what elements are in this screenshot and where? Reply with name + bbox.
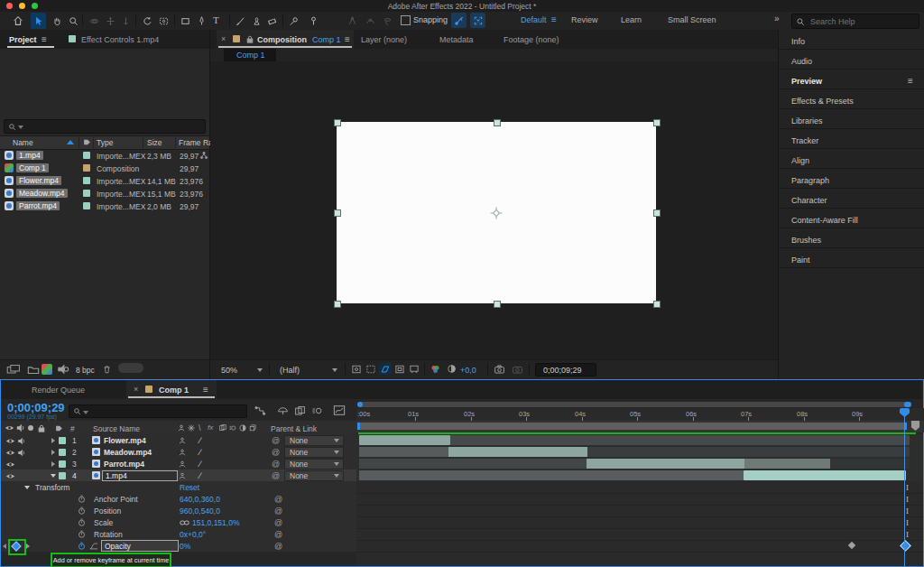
project-panel-menu-icon[interactable]: ≡ (42, 34, 47, 44)
layer-bar-segment[interactable] (359, 435, 450, 445)
panel-item-character[interactable]: Character (791, 196, 827, 205)
panel-item-preview[interactable]: Preview (791, 77, 822, 86)
workspace-menu-icon[interactable]: ≡ (551, 14, 557, 24)
trash-icon[interactable] (100, 363, 113, 376)
selection-handle[interactable] (653, 119, 661, 126)
navigator-end-handle[interactable] (904, 402, 911, 407)
label-swatch[interactable] (83, 177, 90, 184)
stopwatch-icon[interactable] (77, 507, 86, 516)
tab-comp1[interactable]: Comp 1 (159, 386, 189, 395)
layer-bar-segment[interactable] (744, 459, 830, 469)
exposure-icon[interactable] (446, 363, 457, 375)
panel-resize-pill[interactable] (118, 363, 143, 373)
selection-handle[interactable] (334, 119, 341, 126)
tab-render-queue[interactable]: Render Queue (32, 386, 85, 395)
layer-bar-segment[interactable] (359, 459, 587, 469)
parent-link-column-header[interactable]: Parent & Link (271, 424, 317, 433)
transform-group-row[interactable]: Transform Reset (1, 481, 356, 493)
layer-bar-segment[interactable] (359, 447, 448, 457)
property-value[interactable]: 151,0,151,0% (192, 518, 239, 527)
work-area-start-handle[interactable] (357, 423, 360, 430)
parent-pickwhip-icon[interactable]: @ (272, 460, 280, 469)
work-area-bar[interactable] (359, 423, 904, 430)
layer-label-swatch[interactable] (59, 449, 66, 456)
project-search-box[interactable] (4, 119, 206, 134)
stopwatch-icon[interactable] (77, 530, 86, 539)
quality-toggle-icon[interactable]: ∕ (199, 470, 201, 480)
column-size[interactable]: Size (147, 138, 162, 147)
parent-dropdown[interactable]: None (284, 470, 344, 481)
new-composition-icon[interactable] (40, 362, 54, 376)
comp-marker-bin-icon[interactable] (910, 419, 921, 432)
layer-label-swatch[interactable] (59, 460, 66, 468)
parent-pickwhip-icon[interactable]: @ (274, 518, 282, 527)
selection-handle[interactable] (334, 301, 341, 308)
stopwatch-icon[interactable] (77, 518, 86, 527)
frame-blending-icon[interactable] (293, 404, 306, 416)
timeline-timecode[interactable]: 0;00;09;29 (7, 401, 65, 414)
search-help-box[interactable] (791, 14, 919, 29)
viewer-panel-menu-icon[interactable]: ≡ (345, 34, 350, 44)
property-row[interactable]: Rotation 0x+0,0° @ (1, 528, 356, 540)
layer-row[interactable]: 3 Parrot.mp4 ∕ @ None (1, 458, 356, 470)
project-row[interactable]: Parrot.mp4 Importe...MEX 2,0 MB 29,97 (0, 200, 209, 212)
snap-along-edges-icon[interactable] (451, 13, 467, 28)
roto-brush-tool-icon[interactable] (286, 14, 300, 28)
tab-layer[interactable]: Layer (none) (361, 35, 407, 44)
label-column-icon[interactable] (82, 137, 91, 146)
panel-item-align[interactable]: Align (791, 156, 809, 165)
zoom-tool-icon[interactable] (66, 14, 80, 28)
puppet-pin-tool-icon[interactable] (306, 14, 320, 28)
layer-bar[interactable] (359, 470, 744, 480)
panel-item-effects-presets[interactable]: Effects & Presets (791, 97, 854, 106)
layer-name-field[interactable]: 1.mp4 (102, 470, 178, 481)
workspace-small-screen[interactable]: Small Screen (668, 15, 716, 24)
playhead-line[interactable] (904, 408, 905, 566)
parent-pickwhip-icon[interactable]: @ (274, 542, 282, 551)
stopwatch-icon-active[interactable] (77, 542, 86, 551)
new-folder-icon[interactable] (26, 363, 41, 376)
timeline-search-box[interactable] (69, 404, 247, 418)
guides-icon[interactable] (408, 363, 420, 375)
timeline-navigator-track[interactable] (357, 402, 911, 407)
layer-label-swatch[interactable] (59, 437, 66, 444)
composition-mini-flowchart-icon[interactable] (254, 404, 266, 416)
tab-effect-controls[interactable]: Effect Controls 1.mp4 (81, 35, 159, 44)
brush-tool-icon[interactable] (233, 14, 247, 28)
eye-icon[interactable] (5, 437, 15, 444)
panel-item-info[interactable]: Info (791, 37, 805, 46)
project-row[interactable]: Flower.mp4 Importe...MEX 14,1 MB 23,976 (0, 174, 209, 187)
sort-ascending-icon[interactable] (67, 140, 74, 144)
project-settings-icon[interactable] (56, 363, 70, 376)
layer-bar-segment[interactable] (587, 459, 744, 469)
collapse-chevron-icon[interactable] (24, 486, 30, 489)
anchor-point-icon[interactable] (490, 207, 503, 219)
parent-pickwhip-icon[interactable]: @ (272, 471, 280, 480)
panel-item-content-aware-fill[interactable]: Content-Aware Fill (791, 216, 858, 225)
shy-toggle-icon[interactable] (178, 448, 186, 456)
property-row[interactable]: Position 960,0,540,0 @ (1, 505, 356, 516)
snapshot-camera-icon[interactable] (493, 363, 506, 375)
label-swatch[interactable] (83, 164, 90, 172)
column-name[interactable]: Name (13, 138, 33, 147)
workspace-default[interactable]: Default (521, 15, 547, 24)
label-swatch[interactable] (83, 202, 90, 209)
panel-item-brushes[interactable]: Brushes (791, 236, 821, 245)
selection-tool-icon[interactable] (31, 13, 46, 29)
search-help-input[interactable] (808, 14, 916, 28)
selection-handle[interactable] (334, 209, 341, 217)
resolution-dropdown[interactable]: (Half) (275, 363, 342, 376)
transparency-grid-icon[interactable] (379, 363, 392, 375)
eye-icon[interactable] (5, 460, 15, 468)
tab-composition-name[interactable]: Comp 1 (312, 35, 341, 44)
panel-item-tracker[interactable]: Tracker (791, 136, 818, 145)
parent-dropdown[interactable]: None (284, 435, 344, 446)
layer-label-swatch[interactable] (59, 472, 66, 479)
property-row[interactable]: Scale 151,0,151,0% @ (1, 516, 356, 528)
eraser-tool-icon[interactable] (264, 14, 279, 28)
preview-panel-menu-icon[interactable]: ≡ (908, 76, 913, 86)
panel-item-libraries[interactable]: Libraries (791, 116, 823, 125)
close-tab-icon[interactable]: × (134, 385, 138, 394)
snap-expand-icon[interactable] (470, 13, 485, 28)
parent-pickwhip-icon[interactable]: @ (274, 495, 282, 504)
